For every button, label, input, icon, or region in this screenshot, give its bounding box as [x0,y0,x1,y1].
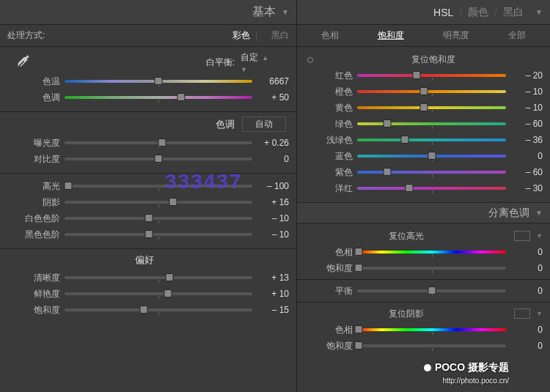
tab-luminance[interactable]: 明亮度 [439,28,474,43]
slider-value[interactable]: 0 [252,154,289,164]
reset-shadows[interactable]: 复位阴影 [304,308,508,320]
slider-value[interactable]: – 10 [252,213,289,223]
slider-thumb[interactable] [145,230,153,238]
slider-thumb[interactable] [383,168,391,176]
slider-thumb[interactable] [177,93,185,101]
slider-track[interactable] [65,92,252,103]
slider-track[interactable] [357,70,506,81]
slider-track[interactable] [65,213,252,223]
target-adjust-icon[interactable] [307,57,313,63]
slider-thumb[interactable] [355,341,363,350]
slider-track[interactable] [357,263,506,273]
reset-saturation[interactable]: 复位饱和度 [323,53,543,66]
slider-value[interactable]: + 10 [252,289,289,299]
slider-track[interactable] [357,183,506,193]
slider-value[interactable]: 0 [506,263,543,273]
tab-hue[interactable]: 色相 [317,28,343,43]
slider-value[interactable]: 0 [506,325,543,335]
slider-track[interactable] [357,167,506,177]
slider-track[interactable] [357,119,506,129]
hsl-tab[interactable]: HSL [433,7,453,18]
slider-value[interactable]: + 13 [252,273,289,283]
slider-label: 饱和度 [304,340,357,352]
reset-highlights[interactable]: 复位高光 [304,230,508,243]
slider-track[interactable] [65,273,252,283]
wb-dropdown[interactable]: 自定 ▲▼ [241,51,289,74]
slider-thumb[interactable] [65,182,73,190]
slider-thumb[interactable] [155,77,163,85]
slider-thumb[interactable] [428,152,436,160]
slider-value[interactable]: – 15 [252,305,289,315]
slider-thumb[interactable] [158,138,166,147]
color-tab[interactable]: 颜色 [468,6,488,19]
slider-thumb[interactable] [406,184,414,192]
slider-track[interactable] [357,247,506,257]
slider-thumb[interactable] [400,136,408,144]
treatment-color[interactable]: 彩色 [232,29,250,42]
slider-label: 浅绿色 [304,134,357,147]
slider-track[interactable] [357,86,506,97]
slider-row: 对比度 0 [7,151,289,167]
slider-value[interactable]: 0 [506,151,543,161]
slider-thumb[interactable] [355,325,363,333]
slider-track[interactable] [357,135,506,145]
slider-value[interactable]: 0 [506,286,543,296]
slider-value[interactable]: 0 [506,341,543,351]
slider-value[interactable]: – 60 [506,119,543,129]
slider-track[interactable] [65,229,252,240]
auto-button[interactable]: 自动 [242,117,286,132]
slider-track[interactable] [357,151,506,161]
slider-thumb[interactable] [164,289,172,297]
slider-value[interactable]: + 16 [252,197,289,207]
slider-value[interactable]: – 100 [252,181,289,191]
slider-value[interactable]: – 10 [252,229,289,240]
slider-track[interactable] [65,181,252,191]
slider-thumb[interactable] [145,214,153,222]
treatment-bw[interactable]: 黑白 [271,29,289,42]
hsl-panel-header[interactable]: HSL / 颜色 / 黑白 ▼ [297,0,550,25]
slider-value[interactable]: – 10 [506,86,543,97]
slider-track[interactable] [357,286,506,296]
slider-thumb[interactable] [413,71,421,79]
slider-value[interactable]: 0 [506,247,543,257]
slider-row: 高光 – 100 [7,178,289,194]
slider-thumb[interactable] [420,87,428,95]
slider-row: 红色 – 20 [304,67,543,84]
eyedropper-icon[interactable] [7,53,37,72]
slider-thumb[interactable] [169,198,177,206]
slider-track[interactable] [357,103,506,113]
slider-thumb[interactable] [155,155,163,163]
slider-value[interactable]: – 20 [506,70,543,81]
slider-value[interactable]: + 50 [252,92,289,103]
slider-thumb[interactable] [355,264,363,272]
slider-label: 对比度 [7,153,65,166]
slider-thumb[interactable] [355,248,363,256]
slider-label: 饱和度 [7,304,65,317]
shadow-swatch[interactable] [514,308,530,319]
slider-track[interactable] [65,289,252,299]
slider-value[interactable]: 6667 [252,76,289,86]
slider-track[interactable] [65,197,252,207]
slider-value[interactable]: – 30 [506,183,543,193]
slider-thumb[interactable] [139,306,147,314]
basic-panel-header[interactable]: 基本 ▼ [0,0,296,25]
slider-thumb[interactable] [420,103,428,111]
slider-track[interactable] [65,305,252,315]
slider-track[interactable] [65,76,252,86]
split-toning-header[interactable]: 分离色调 ▼ [297,203,550,223]
slider-value[interactable]: – 36 [506,135,543,145]
tab-saturation[interactable]: 饱和度 [373,28,408,43]
slider-track[interactable] [65,154,252,164]
slider-track[interactable] [357,325,506,335]
slider-track[interactable] [65,138,252,148]
highlight-swatch[interactable] [514,231,530,241]
slider-thumb[interactable] [383,119,391,127]
slider-value[interactable]: + 0.26 [252,138,289,148]
slider-thumb[interactable] [428,286,436,295]
tab-all[interactable]: 全部 [504,28,530,43]
slider-value[interactable]: – 60 [506,167,543,177]
slider-track[interactable] [357,341,506,351]
bw-tab[interactable]: 黑白 [503,6,524,19]
slider-value[interactable]: – 10 [506,103,543,113]
slider-thumb[interactable] [166,273,174,281]
